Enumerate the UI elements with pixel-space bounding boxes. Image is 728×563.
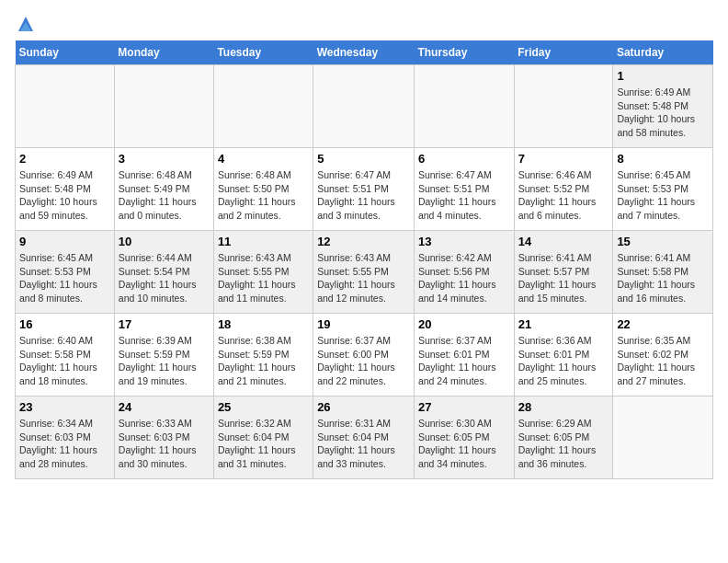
day-number: 28 <box>518 400 609 414</box>
week-row-2: 9Sunrise: 6:45 AM Sunset: 5:53 PM Daylig… <box>16 231 713 314</box>
day-number: 23 <box>19 400 110 414</box>
day-number: 1 <box>617 69 709 83</box>
cell-content: Sunrise: 6:48 AM Sunset: 5:50 PM Dayligh… <box>218 168 309 223</box>
day-number: 17 <box>119 317 210 331</box>
calendar-cell: 4Sunrise: 6:48 AM Sunset: 5:50 PM Daylig… <box>213 148 313 231</box>
week-row-4: 23Sunrise: 6:34 AM Sunset: 6:03 PM Dayli… <box>16 396 713 479</box>
calendar-cell: 28Sunrise: 6:29 AM Sunset: 6:05 PM Dayli… <box>514 396 613 479</box>
cell-content: Sunrise: 6:41 AM Sunset: 5:57 PM Dayligh… <box>518 251 609 305</box>
day-number: 11 <box>218 235 309 248</box>
day-number: 3 <box>119 152 210 166</box>
cell-content: Sunrise: 6:46 AM Sunset: 5:52 PM Dayligh… <box>518 168 609 223</box>
header-day-tuesday: Tuesday <box>213 40 313 65</box>
calendar-cell: 15Sunrise: 6:41 AM Sunset: 5:58 PM Dayli… <box>613 231 713 314</box>
cell-content: Sunrise: 6:47 AM Sunset: 5:51 PM Dayligh… <box>317 168 410 223</box>
day-number: 26 <box>317 400 410 414</box>
day-number: 10 <box>119 235 210 248</box>
day-number: 14 <box>518 235 609 248</box>
calendar-table: SundayMondayTuesdayWednesdayThursdayFrid… <box>15 40 713 479</box>
day-number: 27 <box>418 400 510 414</box>
calendar-cell: 22Sunrise: 6:35 AM Sunset: 6:02 PM Dayli… <box>613 314 713 396</box>
header-row: SundayMondayTuesdayWednesdayThursdayFrid… <box>16 40 713 65</box>
header-day-sunday: Sunday <box>16 40 115 65</box>
cell-content: Sunrise: 6:49 AM Sunset: 5:48 PM Dayligh… <box>19 168 110 223</box>
day-number: 24 <box>119 400 210 414</box>
calendar-cell: 14Sunrise: 6:41 AM Sunset: 5:57 PM Dayli… <box>514 231 613 314</box>
header-day-thursday: Thursday <box>414 40 514 65</box>
calendar-cell: 24Sunrise: 6:33 AM Sunset: 6:03 PM Dayli… <box>114 396 213 479</box>
calendar-cell: 20Sunrise: 6:37 AM Sunset: 6:01 PM Dayli… <box>414 314 514 396</box>
calendar-cell <box>613 396 713 479</box>
calendar-cell: 9Sunrise: 6:45 AM Sunset: 5:53 PM Daylig… <box>16 231 115 314</box>
calendar-cell: 23Sunrise: 6:34 AM Sunset: 6:03 PM Dayli… <box>16 396 115 479</box>
cell-content: Sunrise: 6:42 AM Sunset: 5:56 PM Dayligh… <box>418 251 510 305</box>
calendar-cell: 17Sunrise: 6:39 AM Sunset: 5:59 PM Dayli… <box>114 314 213 396</box>
cell-content: Sunrise: 6:38 AM Sunset: 5:59 PM Dayligh… <box>218 334 309 388</box>
day-number: 20 <box>418 317 510 331</box>
calendar-cell <box>213 65 313 148</box>
calendar-cell: 8Sunrise: 6:45 AM Sunset: 5:53 PM Daylig… <box>613 148 713 231</box>
cell-content: Sunrise: 6:37 AM Sunset: 6:01 PM Dayligh… <box>418 334 510 388</box>
cell-content: Sunrise: 6:36 AM Sunset: 6:01 PM Dayligh… <box>518 334 609 388</box>
calendar-cell: 7Sunrise: 6:46 AM Sunset: 5:52 PM Daylig… <box>514 148 613 231</box>
calendar-cell: 25Sunrise: 6:32 AM Sunset: 6:04 PM Dayli… <box>213 396 313 479</box>
day-number: 16 <box>19 317 110 331</box>
day-number: 13 <box>418 235 510 248</box>
calendar-cell: 19Sunrise: 6:37 AM Sunset: 6:00 PM Dayli… <box>313 314 415 396</box>
week-row-1: 2Sunrise: 6:49 AM Sunset: 5:48 PM Daylig… <box>16 148 713 231</box>
calendar-cell <box>514 65 613 148</box>
cell-content: Sunrise: 6:43 AM Sunset: 5:55 PM Dayligh… <box>218 251 309 305</box>
header-day-saturday: Saturday <box>613 40 713 65</box>
cell-content: Sunrise: 6:30 AM Sunset: 6:05 PM Dayligh… <box>418 417 510 471</box>
calendar-cell <box>414 65 514 148</box>
calendar-cell: 21Sunrise: 6:36 AM Sunset: 6:01 PM Dayli… <box>514 314 613 396</box>
calendar-cell <box>313 65 415 148</box>
cell-content: Sunrise: 6:49 AM Sunset: 5:48 PM Dayligh… <box>617 86 709 140</box>
week-row-0: 1Sunrise: 6:49 AM Sunset: 5:48 PM Daylig… <box>16 65 713 148</box>
cell-content: Sunrise: 6:32 AM Sunset: 6:04 PM Dayligh… <box>218 417 309 471</box>
day-number: 21 <box>518 317 609 331</box>
calendar-cell: 3Sunrise: 6:48 AM Sunset: 5:49 PM Daylig… <box>114 148 213 231</box>
cell-content: Sunrise: 6:34 AM Sunset: 6:03 PM Dayligh… <box>19 417 110 471</box>
day-number: 5 <box>317 152 410 166</box>
cell-content: Sunrise: 6:41 AM Sunset: 5:58 PM Dayligh… <box>617 251 709 305</box>
day-number: 9 <box>19 235 110 248</box>
logo <box>15 15 35 33</box>
calendar-cell: 11Sunrise: 6:43 AM Sunset: 5:55 PM Dayli… <box>213 231 313 314</box>
day-number: 22 <box>617 317 709 331</box>
cell-content: Sunrise: 6:29 AM Sunset: 6:05 PM Dayligh… <box>518 417 609 471</box>
cell-content: Sunrise: 6:43 AM Sunset: 5:55 PM Dayligh… <box>317 251 410 305</box>
cell-content: Sunrise: 6:48 AM Sunset: 5:49 PM Dayligh… <box>119 168 210 223</box>
day-number: 2 <box>19 152 110 166</box>
calendar-cell: 10Sunrise: 6:44 AM Sunset: 5:54 PM Dayli… <box>114 231 213 314</box>
calendar-body: 1Sunrise: 6:49 AM Sunset: 5:48 PM Daylig… <box>16 65 713 479</box>
header-day-friday: Friday <box>514 40 613 65</box>
day-number: 7 <box>518 152 609 166</box>
calendar-cell: 26Sunrise: 6:31 AM Sunset: 6:04 PM Dayli… <box>313 396 415 479</box>
calendar-cell: 1Sunrise: 6:49 AM Sunset: 5:48 PM Daylig… <box>613 65 713 148</box>
cell-content: Sunrise: 6:45 AM Sunset: 5:53 PM Dayligh… <box>617 168 709 223</box>
cell-content: Sunrise: 6:31 AM Sunset: 6:04 PM Dayligh… <box>317 417 410 471</box>
calendar-cell: 5Sunrise: 6:47 AM Sunset: 5:51 PM Daylig… <box>313 148 415 231</box>
cell-content: Sunrise: 6:37 AM Sunset: 6:00 PM Dayligh… <box>317 334 410 388</box>
day-number: 12 <box>317 235 410 248</box>
calendar-cell: 2Sunrise: 6:49 AM Sunset: 5:48 PM Daylig… <box>16 148 115 231</box>
calendar-cell: 16Sunrise: 6:40 AM Sunset: 5:58 PM Dayli… <box>16 314 115 396</box>
calendar-header: SundayMondayTuesdayWednesdayThursdayFrid… <box>16 40 713 65</box>
day-number: 25 <box>218 400 309 414</box>
logo-icon <box>17 15 35 33</box>
day-number: 8 <box>617 152 709 166</box>
calendar-cell: 27Sunrise: 6:30 AM Sunset: 6:05 PM Dayli… <box>414 396 514 479</box>
day-number: 19 <box>317 317 410 331</box>
calendar-cell <box>16 65 115 148</box>
calendar-cell: 13Sunrise: 6:42 AM Sunset: 5:56 PM Dayli… <box>414 231 514 314</box>
day-number: 4 <box>218 152 309 166</box>
calendar-cell <box>114 65 213 148</box>
header-day-monday: Monday <box>114 40 213 65</box>
header <box>15 15 713 33</box>
day-number: 15 <box>617 235 709 248</box>
cell-content: Sunrise: 6:44 AM Sunset: 5:54 PM Dayligh… <box>119 251 210 305</box>
day-number: 18 <box>218 317 309 331</box>
cell-content: Sunrise: 6:40 AM Sunset: 5:58 PM Dayligh… <box>19 334 110 388</box>
header-day-wednesday: Wednesday <box>313 40 415 65</box>
